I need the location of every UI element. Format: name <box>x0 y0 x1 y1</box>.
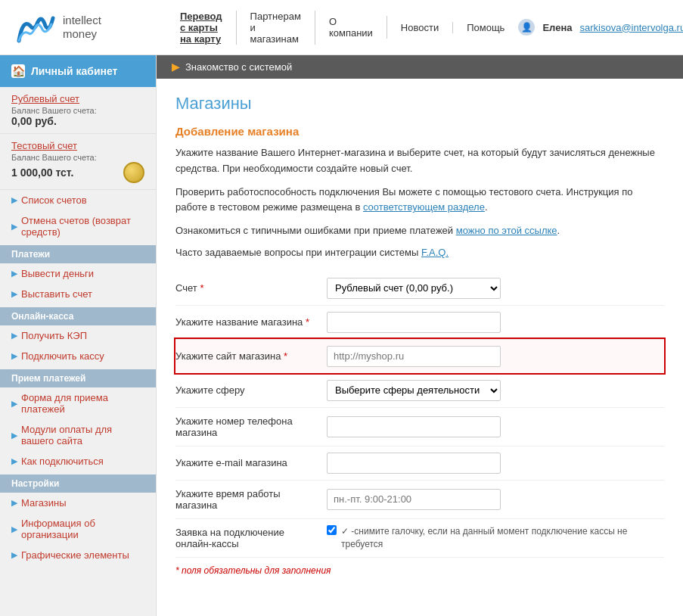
sidebar-group-kassa: Онлайн-касса <box>0 307 156 325</box>
ruble-account-label: Баланс Вашего счета: <box>11 106 144 115</box>
header-nav: Перевод с карты на карту Партнерам и маг… <box>166 11 518 45</box>
sidebar-item-graphics[interactable]: ▶ Графические элементы <box>0 545 156 565</box>
logo-area: intellect money <box>15 11 166 45</box>
arrow-icon: ▶ <box>11 498 17 508</box>
kassa-checkbox[interactable] <box>327 525 337 535</box>
form-label-phone: Укажите номер телефона магазина <box>175 407 327 446</box>
arrow-icon: ▶ <box>11 222 17 232</box>
form-input-cell-shop-name <box>327 305 664 339</box>
form-table: Счет * Рублевый счет (0,00 руб.) Укажите… <box>175 272 664 558</box>
arrow-icon: ▶ <box>11 195 17 205</box>
desc3-link[interactable]: можно по этой ссылке <box>456 225 557 236</box>
arrow-icon: ▶ <box>11 399 17 409</box>
coin-icon <box>123 162 144 183</box>
logo-text: intellect money <box>63 14 101 41</box>
logo-icon <box>15 11 57 45</box>
arrow-icon: ▶ <box>11 456 17 466</box>
page-title: Магазины <box>175 94 664 114</box>
form-label-checkbox: Заявка на подключение онлайн-кассы <box>175 518 327 557</box>
form-input-cell-hours <box>327 480 664 518</box>
header-user: 👤 Елена sarkisova@intervolga.ru Выход <box>518 19 683 36</box>
breadcrumb-bar: ▶ Знакомство с системой <box>157 55 683 79</box>
arrow-icon: ▶ <box>11 331 17 341</box>
ruble-account-section: Рублевый счет Баланс Вашего счета: 0,00 … <box>0 87 156 134</box>
header: intellect money Перевод с карты на карту… <box>0 0 683 55</box>
section-title: Добавление магазина <box>175 125 664 138</box>
desc1: Укажите название Вашего Интернет-магазин… <box>175 145 664 177</box>
sidebar-item-withdraw[interactable]: ▶ Вывести деньги <box>0 263 156 284</box>
form-row-phone: Укажите номер телефона магазина <box>175 407 664 446</box>
ruble-account-value: 0,00 руб. <box>11 115 144 127</box>
sidebar-item-modules[interactable]: ▶ Модули оплаты для вашего сайта <box>0 419 156 451</box>
test-account-section: Тестовый счет Баланс Вашего счета: 1 000… <box>0 134 156 190</box>
test-account-value: 1 000,00 тст. <box>11 166 73 179</box>
arrow-icon: ▶ <box>11 351 17 361</box>
form-input-cell-email <box>327 446 664 480</box>
sidebar-item-accounts-list[interactable]: ▶ Список счетов <box>0 190 156 210</box>
user-icon: 👤 <box>518 19 535 36</box>
checkbox-row: ✓ -снимите галочку, если на данный момен… <box>327 525 664 551</box>
arrow-icon: ▶ <box>11 269 17 278</box>
shop-email-input[interactable] <box>327 453 501 474</box>
desc3: Ознакомиться с типичными ошибками при пр… <box>175 223 664 239</box>
form-label-sphere: Укажите сферу <box>175 373 327 407</box>
faq-line: Часто задаваемые вопросы при интеграции … <box>175 247 664 258</box>
form-input-cell-sphere: Выберите сферы деятельности <box>327 373 664 407</box>
right-panel: ▶ Знакомство с системой Магазины Добавле… <box>157 55 683 616</box>
form-row-shop-url: Укажите сайт магазина * <box>175 339 664 373</box>
shop-phone-input[interactable] <box>327 416 501 437</box>
form-input-cell-account: Рублевый счет (0,00 руб.) <box>327 272 664 306</box>
sidebar-item-shops[interactable]: ▶ Магазины <box>0 493 156 513</box>
form-label-shop-name: Укажите название магазина * <box>175 305 327 339</box>
sidebar-item-kep[interactable]: ▶ Получить КЭП <box>0 325 156 346</box>
form-row-checkbox: Заявка на подключение онлайн-кассы ✓ -сн… <box>175 518 664 557</box>
nav-partners[interactable]: Партнерам и магазинам <box>237 11 315 45</box>
breadcrumb-text: Знакомство с системой <box>185 61 292 73</box>
arrow-icon: ▶ <box>11 289 17 299</box>
sidebar-group-acceptance: Прием платежей <box>0 369 156 387</box>
user-email[interactable]: sarkisova@intervolga.ru <box>579 22 683 33</box>
sidebar-item-org-info[interactable]: ▶ Информация об организации <box>0 513 156 545</box>
arrow-icon: ▶ <box>11 431 17 440</box>
sidebar-group-payments: Платежи <box>0 245 156 263</box>
shop-name-input[interactable] <box>327 312 501 333</box>
form-row-account: Счет * Рублевый счет (0,00 руб.) <box>175 272 664 306</box>
form-label-shop-url: Укажите сайт магазина * <box>175 339 327 373</box>
nav-help[interactable]: Помощь <box>453 22 518 33</box>
sidebar-item-payment-form[interactable]: ▶ Форма для приема платежей <box>0 387 156 419</box>
account-select[interactable]: Рублевый счет (0,00 руб.) <box>327 278 501 299</box>
home-icon: 🏠 <box>11 64 25 78</box>
form-label-account: Счет * <box>175 272 327 306</box>
desc2-link[interactable]: соответствующем разделе <box>363 201 485 213</box>
ruble-account-link[interactable]: Рублевый счет <box>11 93 144 104</box>
sidebar-item-how-to[interactable]: ▶ Как подключиться <box>0 451 156 471</box>
sidebar: 🏠 Личный кабинет Рублевый счет Баланс Ва… <box>0 55 157 616</box>
checkbox-desc: ✓ -снимите галочку, если на данный момен… <box>341 525 664 551</box>
faq-link[interactable]: F.A.Q. <box>421 247 449 258</box>
form-row-sphere: Укажите сферу Выберите сферы деятельност… <box>175 373 664 407</box>
layout: 🏠 Личный кабинет Рублевый счет Баланс Ва… <box>0 55 683 616</box>
form-input-cell-checkbox: ✓ -снимите галочку, если на данный момен… <box>327 518 664 557</box>
arrow-icon: ▶ <box>11 550 17 560</box>
sidebar-header-label: Личный кабинет <box>31 65 117 77</box>
sidebar-group-settings: Настройки <box>0 474 156 493</box>
breadcrumb-arrow-icon: ▶ <box>172 61 179 73</box>
test-account-label: Баланс Вашего счета: <box>11 153 144 162</box>
sidebar-item-connect-kassa[interactable]: ▶ Подключить кассу <box>0 346 156 366</box>
sidebar-item-cancel-accounts[interactable]: ▶ Отмена счетов (возврат средств) <box>0 210 156 242</box>
form-input-cell-shop-url <box>327 339 664 373</box>
nav-transfer[interactable]: Перевод с карты на карту <box>166 11 237 45</box>
sphere-select[interactable]: Выберите сферы деятельности <box>327 380 501 401</box>
shop-url-input[interactable] <box>327 346 501 367</box>
form-row-shop-name: Укажите название магазина * <box>175 305 664 339</box>
desc2: Проверить работоспособность подключения … <box>175 185 664 216</box>
form-label-email: Укажите e-mail магазина <box>175 446 327 480</box>
form-input-cell-phone <box>327 407 664 446</box>
nav-news[interactable]: Новости <box>387 22 453 33</box>
shop-hours-input[interactable] <box>327 489 501 510</box>
user-name: Елена <box>542 22 572 33</box>
test-account-link[interactable]: Тестовый счет <box>11 140 144 151</box>
sidebar-item-invoice[interactable]: ▶ Выставить счет <box>0 284 156 304</box>
arrow-icon: ▶ <box>11 524 17 534</box>
nav-about[interactable]: О компании <box>315 16 387 39</box>
